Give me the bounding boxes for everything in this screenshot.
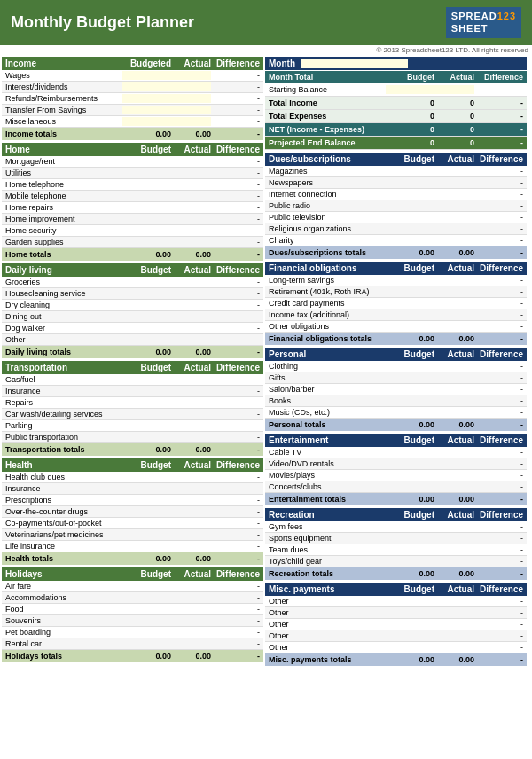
home-section: Home Budget Actual Difference Mortgage/r… — [2, 143, 263, 261]
table-row: Salon/barber- — [265, 384, 527, 395]
table-row: Rental car- — [2, 638, 263, 650]
personal-header: Personal Budget Actual Difference — [265, 348, 527, 361]
recreation-section: Recreation Budget Actual Difference Gym … — [265, 508, 527, 580]
home-header: Home Budget Actual Difference — [2, 143, 263, 156]
table-row: Cable TV- — [265, 447, 527, 458]
table-row: Groceries- — [2, 277, 263, 288]
month-input[interactable] — [301, 59, 408, 68]
header: Monthly Budget Planner SPREAD123 SHEET — [0, 0, 532, 45]
table-row: Video/DVD rentals- — [265, 458, 527, 470]
table-row: Dry cleaning- — [2, 300, 263, 311]
month-row-starting: Starting Balance — [265, 83, 527, 97]
table-row: Air fare- — [2, 581, 263, 592]
table-row: Prescriptions- — [2, 495, 263, 506]
table-row: Insurance- — [2, 386, 263, 397]
daily-section: Daily living Budget Actual Difference Gr… — [2, 263, 263, 358]
logo: SPREAD123 SHEET — [446, 7, 521, 38]
table-row: Internet connection- — [265, 189, 527, 200]
health-header: Health Budget Actual Difference — [2, 458, 263, 472]
table-row: Other- — [265, 607, 527, 619]
table-row: Souvenirs- — [2, 615, 263, 627]
recreation-header: Recreation Budget Actual Difference — [265, 508, 527, 521]
left-column: Income Budgeted Actual Difference Wages-… — [2, 57, 263, 669]
table-row: Garden supplies- — [2, 237, 263, 248]
month-row-projected: Projected End Balance 0 0 - — [265, 137, 527, 150]
table-row: Other- — [265, 630, 527, 642]
table-row: Dog walker- — [2, 323, 263, 334]
table-row: Car wash/detailing services- — [2, 409, 263, 420]
financial-section: Financial obligations Budget Actual Diff… — [265, 262, 527, 345]
table-row: Miscellaneous- — [2, 116, 263, 128]
table-row: Other- — [265, 642, 527, 653]
table-row: Gym fees- — [265, 521, 527, 533]
entertainment-section: Entertainment Budget Actual Difference C… — [265, 434, 527, 505]
table-row: Food- — [2, 604, 263, 615]
table-row: Newspapers- — [265, 177, 527, 189]
income-header: Income Budgeted Actual Difference — [2, 57, 263, 70]
month-total-header: Month Total Budget Actual Difference — [265, 71, 527, 83]
financial-header: Financial obligations Budget Actual Diff… — [265, 262, 527, 275]
table-row: Gas/fuel- — [2, 374, 263, 386]
table-row: Clothing- — [265, 361, 527, 372]
holidays-header: Holidays Budget Actual Difference — [2, 567, 263, 581]
table-row: Credit card payments- — [265, 298, 527, 309]
table-row: Repairs- — [2, 397, 263, 409]
dues-totals: Dues/subscriptions totals 0.00 0.00 - — [265, 246, 527, 259]
right-column: Month Month Total Budget Actual Differen… — [265, 57, 527, 669]
table-row: Refunds/Reimbursements- — [2, 93, 263, 105]
table-row: Dining out- — [2, 311, 263, 323]
table-row: Movies/plays- — [265, 470, 527, 481]
copyright: © 2013 Spreadsheet123 LTD. All rights re… — [0, 45, 532, 55]
table-row: Mobile telephone- — [2, 191, 263, 202]
personal-section: Personal Budget Actual Difference Clothi… — [265, 348, 527, 431]
financial-totals: Financial obligations totals 0.00 0.00 - — [265, 333, 527, 345]
table-row: Public television- — [265, 212, 527, 223]
table-row: Mortgage/rent- — [2, 156, 263, 168]
month-section: Month Month Total Budget Actual Differen… — [265, 57, 527, 150]
holidays-totals: Holidays totals 0.00 0.00 - — [2, 650, 263, 662]
table-row: Team dues- — [265, 544, 527, 556]
dues-section: Dues/subscriptions Budget Actual Differe… — [265, 153, 527, 259]
table-row: Health club dues- — [2, 472, 263, 483]
table-row: Over-the-counter drugs- — [2, 506, 263, 518]
table-row: Public transportation- — [2, 432, 263, 443]
health-totals: Health totals 0.00 0.00 - — [2, 552, 263, 565]
entertainment-header: Entertainment Budget Actual Difference — [265, 434, 527, 447]
table-row: Other- — [2, 334, 263, 346]
health-section: Health Budget Actual Difference Health c… — [2, 458, 263, 565]
table-row: Sports equipment- — [265, 533, 527, 544]
table-row: Parking- — [2, 420, 263, 432]
misc-header: Misc. payments Budget Actual Difference — [265, 583, 527, 596]
table-row: Other- — [265, 619, 527, 630]
table-row: Home telephone- — [2, 179, 263, 191]
income-totals: Income totals 0.00 0.00 - — [2, 128, 263, 140]
transport-section: Transportation Budget Actual Difference … — [2, 361, 263, 456]
month-label: Month — [265, 57, 527, 70]
month-row-income: Total Income 0 0 - — [265, 97, 527, 110]
table-row: Other obligations- — [265, 321, 527, 333]
daily-header: Daily living Budget Actual Difference — [2, 263, 263, 277]
transport-header: Transportation Budget Actual Difference — [2, 361, 263, 374]
table-row: Co-payments/out-of-pocket- — [2, 518, 263, 529]
table-row: Accommodations- — [2, 592, 263, 604]
app-title: Monthly Budget Planner — [11, 13, 194, 32]
table-row: Transfer From Savings- — [2, 105, 263, 116]
entertainment-totals: Entertainment totals 0.00 0.00 - — [265, 493, 527, 505]
table-row: Income tax (additional)- — [265, 309, 527, 321]
misc-section: Misc. payments Budget Actual Difference … — [265, 583, 527, 666]
table-row: Home repairs- — [2, 202, 263, 214]
table-row: Interest/dividends- — [2, 82, 263, 93]
table-row: Religious organizations- — [265, 223, 527, 235]
table-row: Retirement (401k, Roth IRA)- — [265, 286, 527, 298]
income-section: Income Budgeted Actual Difference Wages-… — [2, 57, 263, 140]
table-row: Music (CDs, etc.)- — [265, 407, 527, 419]
table-row: Charity- — [265, 235, 527, 246]
table-row: Wages- — [2, 70, 263, 82]
table-row: Other- — [265, 596, 527, 607]
personal-totals: Personal totals 0.00 0.00 - — [265, 419, 527, 431]
logo-bottom: SHEET — [451, 22, 516, 35]
table-row: Insurance- — [2, 483, 263, 495]
table-row: Public radio- — [265, 200, 527, 212]
home-totals: Home totals 0.00 0.00 - — [2, 248, 263, 261]
month-row-expenses: Total Expenses 0 0 - — [265, 110, 527, 123]
